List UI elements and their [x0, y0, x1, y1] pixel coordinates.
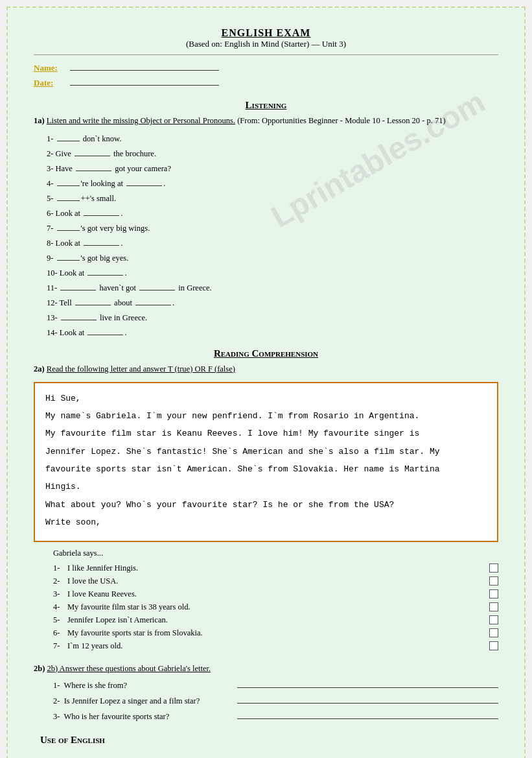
tf-text: I`m 12 years old.: [67, 641, 484, 651]
exam-page: Lprintables.com ENGLISH EXAM (Based on: …: [6, 6, 526, 758]
blank[interactable]: [57, 222, 80, 231]
name-label: Name:: [34, 63, 66, 73]
tf-checkbox[interactable]: [489, 628, 498, 637]
name-field-row: Name:: [34, 62, 498, 73]
reading-instruction-2a: 2a) Read the following letter and answer…: [34, 363, 498, 375]
reading-section-title: Reading Comprehension: [34, 348, 498, 359]
name-input-line[interactable]: [70, 62, 219, 71]
question-1: 1- Where is she from?: [53, 681, 235, 691]
2b-text: 2b) Answer these questions about Gabriel…: [47, 664, 211, 673]
answer-blank-3[interactable]: [237, 711, 498, 719]
letter-line5: Hingis.: [45, 479, 487, 494]
list-item: 11- haven`t got in Greece.: [47, 281, 498, 294]
listening-section-title: Listening: [34, 100, 498, 111]
tf-checkbox[interactable]: [489, 641, 498, 650]
listening-instruction: 1a) Listen and write the missing Object …: [34, 115, 498, 127]
reading-2a-text: Read the following letter and answer T (…: [47, 364, 235, 373]
tf-text: I love Keanu Reeves.: [67, 589, 484, 599]
list-item: 2- Give the brochure.: [47, 147, 498, 160]
blank[interactable]: [57, 178, 80, 186]
date-field-row: Date:: [34, 77, 498, 88]
2b-label: 2b): [34, 664, 45, 673]
instruction-2b: 2b) 2b) Answer these questions about Gab…: [34, 663, 498, 675]
answer-questions-section: 2b) 2b) Answer these questions about Gab…: [34, 663, 498, 722]
letter-greeting: Hi Sue,: [45, 391, 487, 406]
tf-item: 7- I`m 12 years old.: [53, 641, 498, 651]
blank[interactable]: [75, 148, 110, 156]
answer-blank-2[interactable]: [237, 695, 498, 704]
title-section: ENGLISH EXAM (Based on: English in Mind …: [34, 27, 498, 49]
list-item: 3- Have got your camera?: [47, 162, 498, 175]
listening-1a-source: (From: Opportunities Beginner - Module 1…: [237, 116, 445, 125]
blank[interactable]: [87, 267, 123, 276]
blank[interactable]: [57, 252, 80, 261]
answer-line: 1- Where is she from?: [53, 680, 498, 691]
list-item: 5- ++'s small.: [47, 192, 498, 205]
tf-checkbox[interactable]: [489, 589, 498, 598]
date-label: Date:: [34, 78, 66, 88]
use-of-english-section: Use of English: [34, 735, 498, 746]
letter-line3: Jennifer Lopez. She`s fantastic! She`s A…: [45, 444, 487, 459]
list-item: 6- Look at .: [47, 207, 498, 220]
tf-number: 2-: [53, 576, 67, 586]
tf-text: I love the USA.: [67, 576, 484, 586]
tf-text: I like Jennifer Hingis.: [67, 563, 484, 573]
tf-number: 1-: [53, 563, 67, 573]
tf-item: 2- I love the USA.: [53, 576, 498, 586]
title-divider: [34, 54, 498, 55]
letter-line1: My name`s Gabriela. I`m your new penfrie…: [45, 409, 487, 423]
tf-checkbox[interactable]: [489, 563, 498, 573]
use-of-english-title: Use of English: [40, 735, 105, 745]
blank[interactable]: [61, 312, 97, 320]
tf-checkbox[interactable]: [489, 576, 498, 586]
letter-line4: favourite sports star isn`t American. Sh…: [45, 462, 487, 477]
blank[interactable]: [57, 133, 80, 141]
question-2: 2- Is Jennifer Lopez a singer and a film…: [53, 696, 235, 706]
tf-item: 1- I like Jennifer Hingis.: [53, 563, 498, 573]
main-title: ENGLISH EXAM: [34, 27, 498, 39]
blank[interactable]: [75, 297, 111, 305]
answer-line: 2- Is Jennifer Lopez a singer and a film…: [53, 695, 498, 706]
tf-item: 3- I love Keanu Reeves.: [53, 589, 498, 599]
tf-text: My favourite sports star is from Slovaki…: [67, 628, 484, 638]
tf-item: 4- My favourite film star is 38 years ol…: [53, 602, 498, 612]
list-item: 10- Look at .: [47, 266, 498, 279]
tf-text: My favourite film star is 38 years old.: [67, 602, 484, 612]
name-date-section: Name: Date:: [34, 62, 498, 88]
answer-blank-1[interactable]: [237, 680, 498, 688]
blank[interactable]: [139, 282, 175, 290]
tf-checkbox[interactable]: [489, 615, 498, 624]
blank[interactable]: [126, 178, 162, 186]
tf-item: 5- Jennifer Lopez isn`t American.: [53, 615, 498, 625]
tf-number: 7-: [53, 641, 67, 651]
listening-items-list: 1- don`t know. 2- Give the brochure. 3- …: [34, 132, 498, 339]
list-item: 12- Tell about .: [47, 296, 498, 309]
list-item: 8- Look at .: [47, 237, 498, 250]
date-input-line[interactable]: [70, 77, 219, 86]
list-item: 7- 's got very big wings.: [47, 222, 498, 235]
answer-line: 3- Who is her favourite sports star?: [53, 711, 498, 722]
letter-closing: Write soon,: [45, 515, 487, 530]
blank[interactable]: [57, 193, 80, 201]
question-3: 3- Who is her favourite sports star?: [53, 712, 235, 722]
tf-number: 3-: [53, 589, 67, 599]
gabriela-says-label: Gabriela says...: [34, 549, 498, 558]
tf-text: Jennifer Lopez isn`t American.: [67, 615, 484, 625]
tf-number: 5-: [53, 615, 67, 625]
blank[interactable]: [84, 237, 119, 246]
reading-2a-label: 2a): [34, 364, 45, 373]
listening-1a-text: Listen and write the missing Object or P…: [47, 116, 235, 125]
blank[interactable]: [87, 327, 123, 335]
list-item: 1- don`t know.: [47, 132, 498, 145]
letter-line2: My favourite film star is Keanu Reeves. …: [45, 426, 487, 441]
blank[interactable]: [76, 163, 111, 171]
questions-container: 1- Where is she from? 2- Is Jennifer Lop…: [34, 680, 498, 722]
letter-box: Hi Sue, My name`s Gabriela. I`m your new…: [34, 382, 498, 542]
blank[interactable]: [84, 207, 119, 216]
tf-checkbox[interactable]: [489, 602, 498, 611]
blank[interactable]: [60, 282, 96, 290]
blank[interactable]: [135, 297, 171, 305]
listening-1a-label: 1a): [34, 116, 45, 125]
true-false-section: 1- I like Jennifer Hingis. 2- I love the…: [34, 563, 498, 651]
tf-number: 4-: [53, 602, 67, 612]
